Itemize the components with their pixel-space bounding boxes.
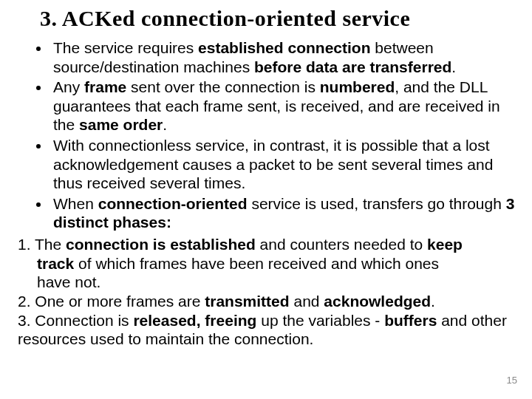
slide-title: 3. ACKed connection-oriented service [40,6,517,31]
phase-item: 2. One or more frames are transmitted an… [18,292,517,311]
phase-item: 3. Connection is released, freeing up th… [18,311,517,349]
bullet-item: When connection-oriented service is used… [50,194,517,233]
bullet-item: Any frame sent over the connection is nu… [50,78,517,136]
bullet-item: With connectionless service, in contrast… [50,136,517,194]
bullet-list: The service requires established connect… [30,38,517,233]
page-number: 15 [507,375,517,386]
slide: 3. ACKed connection-oriented service The… [0,0,532,399]
phase-item: 1. The connection is established and cou… [18,235,517,292]
bullet-item: The service requires established connect… [50,38,517,78]
slide-body: The service requires established connect… [15,38,517,349]
phase-list: 1. The connection is established and cou… [18,235,517,349]
